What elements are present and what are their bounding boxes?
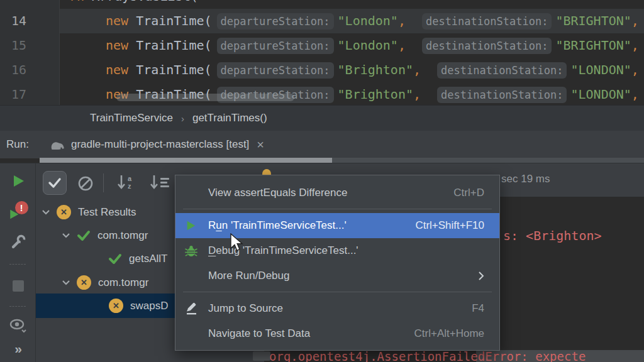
context-menu: View assertEquals Difference Ctrl+D Run … <box>175 175 500 351</box>
console-scroll-chip <box>253 351 270 361</box>
menu-shortcut: Ctrl+Alt+Home <box>396 327 484 340</box>
sort-alphabetically-button[interactable]: a z <box>117 174 131 190</box>
run-tab-title[interactable]: gradle-multi-project-masterclass [test] <box>71 138 249 151</box>
menu-shortcut: F4 <box>453 302 484 315</box>
tree-row-package-passed[interactable]: com.tomgr <box>62 224 148 247</box>
comma: , <box>631 13 639 28</box>
constructor-call: TrainTime( <box>136 13 211 28</box>
menu-item-navigate-to-test-data[interactable]: Navigate to Test Data Ctrl+Alt+Home <box>175 321 499 346</box>
sort-letter-z: z <box>128 183 131 190</box>
arrow-down-icon <box>117 174 126 190</box>
chevron-down-icon[interactable] <box>42 209 50 215</box>
tree-row-package-failed[interactable]: ✕ com.tomgr <box>62 271 148 294</box>
ide-window: rn Arrays.asList( newTrainTime(departure… <box>0 0 644 362</box>
menu-separator <box>183 292 492 292</box>
tree-row-test-passed[interactable]: getsAllT <box>108 247 167 270</box>
chevron-down-icon[interactable] <box>62 233 70 238</box>
show-passed-toggle[interactable] <box>43 171 67 195</box>
string-literal: "BRIGHTON" <box>555 38 631 53</box>
code-line-14: newTrainTime(departureStation:"London",d… <box>0 9 644 33</box>
string-literal: "Brighton" <box>338 62 413 77</box>
failed-badge-icon: ! <box>15 201 28 214</box>
rerun-failed-tests-button[interactable]: ! <box>0 201 36 220</box>
hidden-toolbar-items-button[interactable]: » <box>0 341 36 356</box>
close-tab-icon[interactable]: × <box>257 138 264 151</box>
inlay-hint-departure: departureStation: <box>217 62 334 79</box>
line-number: 16 <box>11 58 49 82</box>
eye-icon <box>9 318 28 334</box>
test-failed-icon: ✕ <box>57 205 71 219</box>
submenu-arrow-icon <box>478 271 484 281</box>
test-duration: sec 19 ms <box>501 173 550 185</box>
inlay-hint-destination: destinationStation: <box>437 87 567 103</box>
comma: , <box>631 62 639 77</box>
mouse-cursor <box>230 233 246 255</box>
test-failed-icon: ✕ <box>109 299 123 313</box>
keyword-new: new <box>106 62 128 77</box>
comma: , <box>631 38 639 53</box>
menu-item-jump-to-source[interactable]: Jump to Source F4 <box>175 296 499 321</box>
sort-by-duration-button[interactable] <box>150 174 169 190</box>
line-number: 14 <box>11 9 49 33</box>
test-settings-button[interactable] <box>0 234 36 250</box>
rerun-button[interactable] <box>0 174 36 188</box>
keyword-new: new <box>106 38 128 53</box>
editor-horizontal-scrollbar[interactable] <box>116 94 294 101</box>
pencil-icon <box>185 302 198 315</box>
play-icon <box>185 220 196 231</box>
test-progress-bar <box>40 158 644 163</box>
code-editor[interactable]: rn Arrays.asList( newTrainTime(departure… <box>0 0 644 105</box>
sort-letter-a: a <box>128 175 131 182</box>
comma: , <box>413 62 421 77</box>
tree-row-label: com.tomgr <box>97 229 148 242</box>
list-bars-icon <box>160 178 169 187</box>
constructor-call: TrainTime( <box>136 62 211 77</box>
console-error-text: s: <Brighton> <box>503 228 602 243</box>
menu-item-label: Run 'TrainTimeServiceTest...' <box>208 219 347 232</box>
console-stacktrace-text: org.opentest4j.AssertionFailedError: exp… <box>269 349 586 362</box>
code-line-17: newTrainTime(departureStation:"Brighton"… <box>0 82 644 105</box>
bug-icon <box>185 244 197 257</box>
run-toolwindow-header: Run: gradle-multi-project-masterclass [t… <box>0 131 644 158</box>
tree-row-label: getsAllT <box>129 253 167 265</box>
comma: , <box>398 38 406 53</box>
breadcrumb-class[interactable]: TrainTimeService <box>90 112 173 124</box>
show-options-button[interactable] <box>0 318 36 334</box>
menu-item-label: Jump to Source <box>208 302 283 315</box>
inlay-hint-destination: destinationStation: <box>422 38 552 54</box>
line-number: 17 <box>11 82 49 105</box>
string-literal: "Brighton" <box>338 87 413 102</box>
menu-shortcut: Ctrl+D <box>435 187 484 199</box>
code-line-partial: rn Arrays.asList( <box>0 0 644 9</box>
test-progress-fill <box>40 158 332 163</box>
stop-icon <box>13 280 24 292</box>
string-literal: "BRIGHTON" <box>555 13 631 28</box>
tree-row-test-results[interactable]: ✕ Test Results <box>42 200 136 224</box>
menu-item-run-test[interactable]: Run 'TrainTimeServiceTest...' Ctrl+Shift… <box>175 213 499 238</box>
breadcrumb: TrainTimeService › getTrainTimes() <box>0 105 644 131</box>
inlay-hint-destination: destinationStation: <box>422 13 552 30</box>
menu-separator <box>183 209 492 209</box>
chevron-down-icon[interactable] <box>62 280 70 285</box>
menu-item-more-run-debug[interactable]: More Run/Debug <box>175 263 499 288</box>
menu-item-debug-test[interactable]: Debug 'TrainTimeServiceTest...' <box>175 238 499 263</box>
toolbar-divider <box>9 306 26 307</box>
test-passed-icon <box>77 230 91 241</box>
string-literal: "London" <box>338 13 398 28</box>
code-line-15: newTrainTime(departureStation:"London",d… <box>0 33 644 58</box>
run-panel-left-toolbar: ! » <box>0 163 36 362</box>
toolbar-divider <box>103 173 104 192</box>
stop-button[interactable] <box>0 280 36 292</box>
breadcrumb-method[interactable]: getTrainTimes() <box>192 112 267 124</box>
inlay-hint-departure: departureStation: <box>217 38 334 54</box>
menu-item-label: Navigate to Test Data <box>208 327 310 340</box>
menu-item-label: More Run/Debug <box>208 270 289 282</box>
play-icon <box>11 174 25 188</box>
show-ignored-toggle[interactable] <box>77 175 94 192</box>
code-line-16: newTrainTime(departureStation:"Brighton"… <box>0 58 644 82</box>
menu-item-view-assertequals-difference[interactable]: View assertEquals Difference Ctrl+D <box>175 180 499 206</box>
wrench-icon <box>10 234 26 250</box>
tree-row-label: swapsD <box>130 300 168 312</box>
circle-slash-icon <box>77 175 94 192</box>
double-chevron-icon: » <box>14 341 21 356</box>
